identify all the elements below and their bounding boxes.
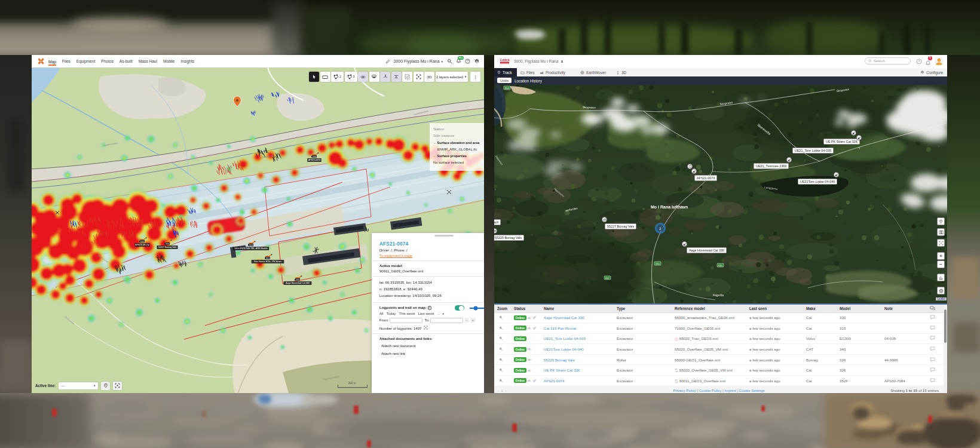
svg-text:814: 814 xyxy=(505,87,509,90)
svg-text:Leica: Leica xyxy=(166,243,170,245)
svg-text:Volvo EWR150E VM - ARK Maskin: Volvo EWR150E VM - ARK Maskin xyxy=(234,247,268,250)
svg-text:Mo i Rana lufthavn: Mo i Rana lufthavn xyxy=(651,205,688,209)
svg-text:Fagerlia: Fagerlia xyxy=(713,293,724,297)
svg-text:Leica: Leica xyxy=(296,278,300,281)
svg-text:Leica: Leica xyxy=(249,244,253,246)
svg-text:?: ? xyxy=(467,60,468,63)
svg-text:Aage Hoverstad Cat 330: Aage Hoverstad Cat 330 xyxy=(286,282,309,284)
svg-text:Leica: Leica xyxy=(266,257,270,259)
svg-text:AFS23-GE-Op: AFS23-GE-Op xyxy=(135,244,149,246)
svg-text:AFS21-0074: AFS21-0074 xyxy=(308,159,320,161)
svg-text:Skogveien: Skogveien xyxy=(583,106,596,109)
svg-text:200 m: 200 m xyxy=(348,382,356,385)
svg-text:Leica: Leica xyxy=(500,57,510,62)
svg-text:810: 810 xyxy=(718,265,722,267)
svg-text:Leica: Leica xyxy=(313,155,317,158)
svg-text:?: ? xyxy=(918,60,920,63)
svg-text:55227 Bomag Vals: 55227 Bomag Vals xyxy=(158,246,176,248)
svg-text:Veia Hamre H25i - PE Strøm: Veia Hamre H25i - PE Strøm xyxy=(254,260,281,263)
svg-text:812: 812 xyxy=(605,277,609,280)
svg-text:810: 810 xyxy=(656,263,659,265)
svg-text:Geosystems: Geosystems xyxy=(501,62,509,63)
svg-text:Leica: Leica xyxy=(140,240,145,243)
